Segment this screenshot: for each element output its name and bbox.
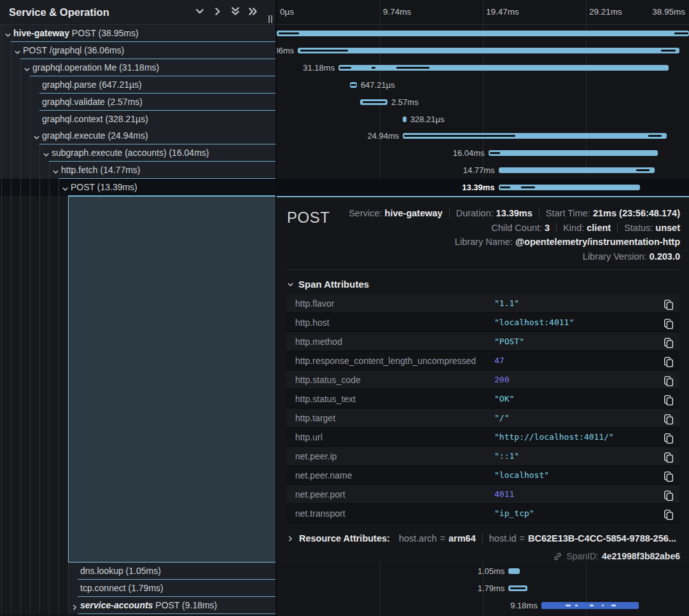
span-bar-cell[interactable]: 14.77ms — [277, 162, 689, 179]
copy-icon[interactable] — [663, 298, 674, 309]
child-span-marker — [590, 605, 594, 606]
copy-icon[interactable] — [663, 508, 674, 519]
span-bar-cell[interactable]: 647.21µs — [277, 76, 689, 94]
span-row[interactable]: POST /graphql (36.06ms)36.06ms — [0, 42, 689, 59]
span-name-cell[interactable]: graphql.execute (24.94ms) — [0, 127, 275, 144]
span-duration-bar[interactable] — [403, 133, 667, 139]
span-name-cell[interactable]: graphql.parse (647.21µs) — [0, 76, 275, 94]
span-bar-cell[interactable]: 36.06ms — [277, 42, 689, 59]
span-row[interactable]: graphql.context (328.21µs)328.21µs — [0, 111, 689, 128]
attribute-row: net.peer.port4011 — [286, 485, 679, 504]
resource-attributes-row[interactable]: Resource Attributes:host.arch=arm64host.… — [287, 533, 676, 543]
chevron-down-icon[interactable] — [62, 184, 69, 191]
indent-guide — [30, 162, 31, 179]
expand-all-icon[interactable] — [248, 6, 260, 18]
span-row[interactable]: graphql.operation Me (31.18ms)31.18ms — [0, 59, 689, 76]
span-bar-cell[interactable]: 1.05ms — [277, 563, 689, 580]
chevron-down-icon[interactable] — [14, 47, 21, 54]
span-duration-bar[interactable] — [541, 602, 639, 609]
span-attributes-header[interactable]: Span Attributes — [287, 279, 369, 290]
span-duration-bar[interactable] — [298, 48, 679, 53]
indent-guide — [39, 563, 40, 580]
copy-icon[interactable] — [663, 470, 674, 481]
span-duration-bar[interactable] — [489, 150, 658, 156]
copy-icon[interactable] — [663, 317, 674, 328]
span-row[interactable]: graphql.parse (647.21µs)647.21µs — [0, 76, 689, 94]
span-row[interactable]: tcp.connect (1.79ms)1.79ms — [0, 580, 689, 597]
ruler-tick-label: 0µs — [280, 0, 294, 24]
span-bar-cell[interactable]: 9.18ms — [277, 597, 689, 614]
collapse-all-icon[interactable] — [230, 6, 242, 18]
copy-icon[interactable] — [663, 412, 674, 424]
link-icon[interactable] — [553, 552, 562, 561]
chevron-down-icon[interactable] — [24, 64, 31, 71]
indent-guide — [30, 76, 31, 94]
attribute-key: http.url — [295, 428, 323, 447]
span-duration-bar[interactable] — [350, 82, 357, 88]
span-name-cell[interactable]: graphql.operation Me (31.18ms) — [0, 59, 275, 76]
span-duration-bar[interactable] — [499, 185, 641, 190]
span-name-cell[interactable]: dns.lookup (1.05ms) — [0, 563, 275, 580]
span-row[interactable]: hive-gateway POST (38.95ms) — [0, 25, 689, 42]
pane-divider[interactable] — [275, 0, 277, 616]
bar-duration-label: 1.05ms — [478, 563, 505, 580]
span-row[interactable]: POST (13.39ms)13.39ms — [0, 179, 689, 196]
span-row[interactable]: graphql.execute (24.94ms)24.94ms — [0, 127, 689, 144]
span-bar-cell[interactable]: 328.21µs — [277, 111, 689, 128]
indent-guide — [1, 580, 2, 597]
span-duration-bar[interactable] — [508, 568, 519, 574]
span-label: graphql.execute (24.94ms) — [42, 127, 148, 144]
span-duration-bar[interactable] — [499, 167, 655, 173]
chevron-down-icon[interactable] — [33, 132, 40, 139]
attribute-key: http.response_content_length_uncompresse… — [295, 351, 476, 370]
span-bar-cell[interactable]: 2.57ms — [277, 94, 689, 111]
span-name-cell[interactable]: subgraph.execute (accounts) (16.04ms) — [0, 144, 275, 162]
span-name-cell[interactable]: hive-gateway POST (38.95ms) — [0, 25, 275, 42]
span-bar-cell[interactable]: 1.79ms — [277, 580, 689, 597]
copy-icon[interactable] — [663, 431, 674, 443]
chevron-down-icon[interactable] — [4, 30, 11, 37]
attribute-key: http.status_text — [295, 389, 356, 409]
span-name-cell[interactable]: http.fetch (14.77ms) — [0, 162, 275, 179]
span-name-cell[interactable]: service-accounts POST (9.18ms) — [0, 597, 275, 614]
span-duration-bar[interactable] — [338, 65, 669, 71]
span-bar-cell[interactable]: 24.94ms — [277, 127, 689, 144]
span-row[interactable]: graphql.validate (2.57ms)2.57ms — [0, 94, 689, 111]
span-row[interactable]: dns.lookup (1.05ms)1.05ms — [0, 563, 689, 580]
copy-icon[interactable] — [663, 393, 674, 405]
span-name-cell[interactable]: graphql.validate (2.57ms) — [0, 94, 275, 111]
span-bar-cell[interactable] — [277, 25, 689, 42]
span-duration-bar[interactable] — [403, 116, 406, 122]
span-bar-cell[interactable]: 31.18ms — [277, 59, 689, 76]
bar-duration-label: 16.04ms — [453, 144, 485, 162]
indent-guide — [68, 597, 69, 614]
copy-icon[interactable] — [663, 355, 674, 367]
chevron-right-icon[interactable] — [71, 602, 78, 609]
indent-guide — [59, 580, 59, 597]
span-name-cell[interactable]: POST (13.39ms) — [0, 179, 275, 196]
expand-level-icon[interactable] — [212, 6, 224, 18]
span-duration-bar[interactable] — [508, 585, 527, 591]
copy-icon[interactable] — [663, 336, 674, 347]
selected-span-left-fill — [0, 196, 275, 563]
chevron-down-icon[interactable] — [43, 150, 50, 157]
span-name-cell[interactable]: tcp.connect (1.79ms) — [0, 580, 275, 597]
chevron-down-icon[interactable] — [52, 167, 59, 174]
copy-icon[interactable] — [663, 489, 674, 500]
span-name-cell[interactable]: POST /graphql (36.06ms) — [0, 42, 275, 59]
span-bar-cell[interactable]: 13.39ms — [277, 179, 689, 196]
span-row[interactable]: subgraph.execute (accounts) (16.04ms)16.… — [0, 144, 689, 162]
span-name-cell[interactable]: graphql.context (328.21µs) — [0, 111, 275, 128]
span-bar-cell[interactable]: 16.04ms — [277, 144, 689, 162]
collapse-level-icon[interactable] — [195, 6, 206, 18]
pane-resize-grip[interactable] — [268, 15, 274, 23]
span-row[interactable]: service-accounts POST (9.18ms)9.18ms — [0, 597, 689, 614]
bar-duration-label: 2.57ms — [391, 94, 419, 111]
span-duration-bar[interactable] — [277, 31, 689, 36]
span-duration-bar[interactable] — [360, 99, 387, 105]
ruler-tick-label: 19.47ms — [486, 0, 519, 24]
indent-guide — [11, 76, 11, 94]
copy-icon[interactable] — [663, 451, 674, 462]
span-row[interactable]: http.fetch (14.77ms)14.77ms — [0, 162, 689, 179]
copy-icon[interactable] — [663, 374, 674, 386]
